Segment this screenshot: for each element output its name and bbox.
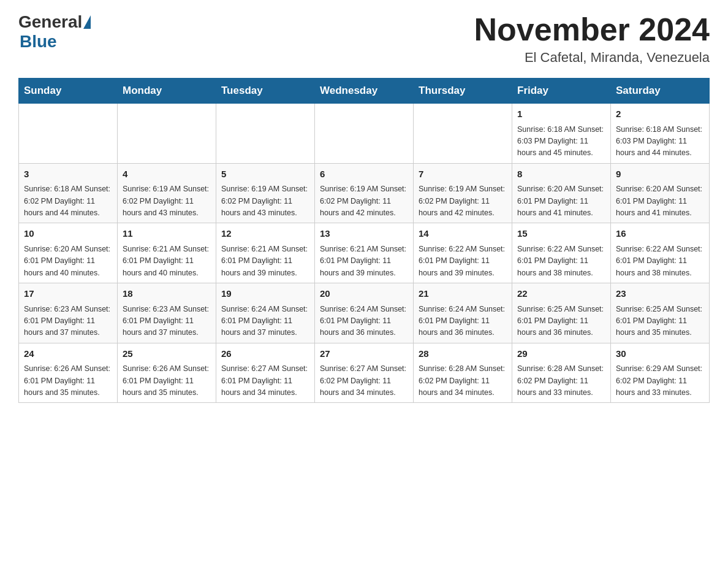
day-number: 30 (616, 347, 704, 361)
day-info: Sunrise: 6:22 AM Sunset: 6:01 PM Dayligh… (419, 243, 507, 279)
day-number: 19 (221, 287, 309, 301)
calendar-cell: 9Sunrise: 6:20 AM Sunset: 6:01 PM Daylig… (611, 163, 710, 223)
calendar-cell: 6Sunrise: 6:19 AM Sunset: 6:02 PM Daylig… (315, 163, 414, 223)
calendar-cell: 28Sunrise: 6:28 AM Sunset: 6:02 PM Dayli… (414, 343, 512, 403)
day-number: 22 (517, 287, 605, 301)
day-info: Sunrise: 6:18 AM Sunset: 6:03 PM Dayligh… (616, 124, 704, 159)
day-info: Sunrise: 6:19 AM Sunset: 6:02 PM Dayligh… (419, 183, 507, 219)
day-info: Sunrise: 6:23 AM Sunset: 6:01 PM Dayligh… (123, 304, 211, 339)
day-number: 16 (616, 227, 704, 241)
day-info: Sunrise: 6:18 AM Sunset: 6:02 PM Dayligh… (24, 183, 112, 219)
day-number: 4 (123, 167, 211, 182)
logo: General Blue (18, 12, 92, 52)
week-row-2: 3Sunrise: 6:18 AM Sunset: 6:02 PM Daylig… (19, 163, 710, 223)
weekday-header-friday: Friday (512, 79, 611, 104)
day-number: 7 (419, 167, 507, 182)
calendar-title: November 2024 (474, 12, 710, 47)
calendar-cell: 13Sunrise: 6:21 AM Sunset: 6:01 PM Dayli… (315, 223, 414, 283)
day-number: 21 (419, 287, 507, 301)
day-number: 15 (517, 227, 605, 241)
day-number: 20 (320, 287, 408, 301)
day-number: 5 (221, 167, 309, 182)
day-info: Sunrise: 6:24 AM Sunset: 6:01 PM Dayligh… (419, 304, 507, 339)
day-info: Sunrise: 6:28 AM Sunset: 6:02 PM Dayligh… (517, 363, 605, 399)
day-info: Sunrise: 6:18 AM Sunset: 6:03 PM Dayligh… (517, 124, 605, 159)
calendar-cell: 25Sunrise: 6:26 AM Sunset: 6:01 PM Dayli… (118, 343, 216, 403)
calendar-cell: 11Sunrise: 6:21 AM Sunset: 6:01 PM Dayli… (118, 223, 216, 283)
day-number: 6 (320, 167, 408, 182)
calendar-cell: 29Sunrise: 6:28 AM Sunset: 6:02 PM Dayli… (512, 343, 611, 403)
calendar-cell: 7Sunrise: 6:19 AM Sunset: 6:02 PM Daylig… (414, 163, 512, 223)
calendar-cell: 21Sunrise: 6:24 AM Sunset: 6:01 PM Dayli… (414, 283, 512, 343)
day-number: 8 (517, 167, 605, 182)
calendar-cell: 19Sunrise: 6:24 AM Sunset: 6:01 PM Dayli… (216, 283, 315, 343)
day-info: Sunrise: 6:26 AM Sunset: 6:01 PM Dayligh… (24, 363, 112, 399)
day-number: 29 (517, 347, 605, 361)
weekday-header-wednesday: Wednesday (315, 79, 414, 104)
day-number: 24 (24, 347, 112, 361)
calendar-cell: 1Sunrise: 6:18 AM Sunset: 6:03 PM Daylig… (512, 104, 611, 164)
week-row-3: 10Sunrise: 6:20 AM Sunset: 6:01 PM Dayli… (19, 223, 710, 283)
day-info: Sunrise: 6:25 AM Sunset: 6:01 PM Dayligh… (517, 304, 605, 339)
day-info: Sunrise: 6:20 AM Sunset: 6:01 PM Dayligh… (616, 183, 704, 219)
day-number: 9 (616, 167, 704, 182)
day-number: 25 (123, 347, 211, 361)
day-number: 17 (24, 287, 112, 301)
day-number: 13 (320, 227, 408, 241)
day-number: 3 (24, 167, 112, 182)
day-info: Sunrise: 6:26 AM Sunset: 6:01 PM Dayligh… (123, 363, 211, 399)
day-info: Sunrise: 6:23 AM Sunset: 6:01 PM Dayligh… (24, 304, 112, 339)
day-info: Sunrise: 6:24 AM Sunset: 6:01 PM Dayligh… (221, 304, 309, 339)
calendar-cell (414, 104, 512, 164)
weekday-header-tuesday: Tuesday (216, 79, 315, 104)
calendar-cell: 27Sunrise: 6:27 AM Sunset: 6:02 PM Dayli… (315, 343, 414, 403)
calendar-cell: 3Sunrise: 6:18 AM Sunset: 6:02 PM Daylig… (19, 163, 118, 223)
calendar-cell: 23Sunrise: 6:25 AM Sunset: 6:01 PM Dayli… (611, 283, 710, 343)
calendar-cell: 5Sunrise: 6:19 AM Sunset: 6:02 PM Daylig… (216, 163, 315, 223)
calendar-table: SundayMondayTuesdayWednesdayThursdayFrid… (18, 78, 710, 403)
weekday-header-sunday: Sunday (19, 79, 118, 104)
week-row-5: 24Sunrise: 6:26 AM Sunset: 6:01 PM Dayli… (19, 343, 710, 403)
day-info: Sunrise: 6:19 AM Sunset: 6:02 PM Dayligh… (123, 183, 211, 219)
calendar-cell (315, 104, 414, 164)
day-info: Sunrise: 6:19 AM Sunset: 6:02 PM Dayligh… (221, 183, 309, 219)
day-info: Sunrise: 6:25 AM Sunset: 6:01 PM Dayligh… (616, 304, 704, 339)
calendar-cell: 26Sunrise: 6:27 AM Sunset: 6:01 PM Dayli… (216, 343, 315, 403)
calendar-cell: 16Sunrise: 6:22 AM Sunset: 6:01 PM Dayli… (611, 223, 710, 283)
calendar-subtitle: El Cafetal, Miranda, Venezuela (474, 50, 710, 66)
logo-general-text: General (18, 12, 82, 32)
calendar-cell: 12Sunrise: 6:21 AM Sunset: 6:01 PM Dayli… (216, 223, 315, 283)
day-info: Sunrise: 6:20 AM Sunset: 6:01 PM Dayligh… (517, 183, 605, 219)
day-number: 1 (517, 107, 605, 121)
calendar-cell: 2Sunrise: 6:18 AM Sunset: 6:03 PM Daylig… (611, 104, 710, 164)
day-info: Sunrise: 6:22 AM Sunset: 6:01 PM Dayligh… (517, 243, 605, 279)
calendar-cell: 24Sunrise: 6:26 AM Sunset: 6:01 PM Dayli… (19, 343, 118, 403)
day-number: 10 (24, 227, 112, 241)
day-info: Sunrise: 6:21 AM Sunset: 6:01 PM Dayligh… (320, 243, 408, 279)
logo-triangle-icon (83, 15, 91, 29)
day-info: Sunrise: 6:21 AM Sunset: 6:01 PM Dayligh… (221, 243, 309, 279)
weekday-header-thursday: Thursday (414, 79, 512, 104)
weekday-header-saturday: Saturday (611, 79, 710, 104)
day-info: Sunrise: 6:21 AM Sunset: 6:01 PM Dayligh… (123, 243, 211, 279)
day-number: 28 (419, 347, 507, 361)
day-info: Sunrise: 6:29 AM Sunset: 6:02 PM Dayligh… (616, 363, 704, 399)
day-info: Sunrise: 6:27 AM Sunset: 6:02 PM Dayligh… (320, 363, 408, 399)
day-number: 11 (123, 227, 211, 241)
day-info: Sunrise: 6:19 AM Sunset: 6:02 PM Dayligh… (320, 183, 408, 219)
calendar-cell (118, 104, 216, 164)
title-area: November 2024 El Cafetal, Miranda, Venez… (474, 12, 710, 66)
day-number: 14 (419, 227, 507, 241)
calendar-cell: 17Sunrise: 6:23 AM Sunset: 6:01 PM Dayli… (19, 283, 118, 343)
day-info: Sunrise: 6:27 AM Sunset: 6:01 PM Dayligh… (221, 363, 309, 399)
calendar-cell: 30Sunrise: 6:29 AM Sunset: 6:02 PM Dayli… (611, 343, 710, 403)
day-number: 18 (123, 287, 211, 301)
calendar-cell: 10Sunrise: 6:20 AM Sunset: 6:01 PM Dayli… (19, 223, 118, 283)
calendar-cell: 4Sunrise: 6:19 AM Sunset: 6:02 PM Daylig… (118, 163, 216, 223)
calendar-cell: 20Sunrise: 6:24 AM Sunset: 6:01 PM Dayli… (315, 283, 414, 343)
weekday-header-monday: Monday (118, 79, 216, 104)
week-row-1: 1Sunrise: 6:18 AM Sunset: 6:03 PM Daylig… (19, 104, 710, 164)
day-number: 2 (616, 107, 704, 121)
calendar-cell: 15Sunrise: 6:22 AM Sunset: 6:01 PM Dayli… (512, 223, 611, 283)
day-number: 12 (221, 227, 309, 241)
